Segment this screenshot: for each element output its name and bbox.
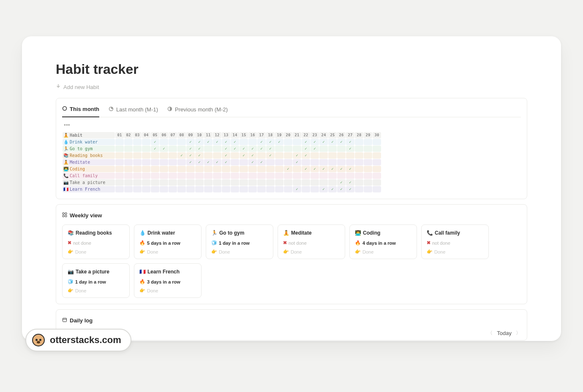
habit-cell[interactable] <box>151 179 159 186</box>
habit-cell[interactable] <box>311 152 319 159</box>
habit-cell[interactable] <box>160 159 168 165</box>
habit-cell[interactable] <box>177 179 186 186</box>
habit-cell[interactable] <box>177 173 186 179</box>
habit-cell[interactable] <box>169 139 177 145</box>
habit-cell[interactable] <box>319 159 328 165</box>
habit-cell[interactable] <box>151 173 159 179</box>
weekly-card[interactable]: 🏃Go to gym🧊1 day in a row👉Done <box>206 224 273 259</box>
habit-cell[interactable] <box>115 179 124 186</box>
habit-cell[interactable] <box>186 166 195 172</box>
habit-cell[interactable] <box>231 173 239 179</box>
habit-cell[interactable] <box>355 146 363 152</box>
card-done-button[interactable]: 👉Done <box>68 249 124 254</box>
habit-cell[interactable] <box>231 159 239 165</box>
habit-cell[interactable] <box>373 146 381 152</box>
habit-cell[interactable] <box>124 186 133 192</box>
habit-cell[interactable] <box>142 152 150 159</box>
habit-cell[interactable] <box>222 179 230 186</box>
habit-cell[interactable] <box>213 179 221 186</box>
habit-cell[interactable] <box>266 159 275 165</box>
habit-cell[interactable]: ✓ <box>319 166 328 172</box>
habit-cell[interactable] <box>177 159 186 165</box>
habit-cell[interactable] <box>257 152 266 159</box>
habit-cell[interactable] <box>160 179 168 186</box>
habit-cell[interactable]: ✓ <box>346 186 354 192</box>
habit-cell[interactable] <box>115 139 124 145</box>
habit-cell[interactable] <box>275 152 283 159</box>
habit-cell[interactable] <box>328 179 337 186</box>
weekly-card[interactable]: 🇫🇷Learn French🔥3 days in a row👉Done <box>134 263 202 298</box>
habit-cell[interactable] <box>346 173 354 179</box>
habit-cell[interactable]: ✓ <box>257 139 266 145</box>
habit-cell[interactable] <box>231 186 239 192</box>
habit-cell[interactable] <box>115 186 124 192</box>
habit-cell[interactable] <box>204 152 212 159</box>
habit-cell[interactable] <box>355 166 363 172</box>
habit-cell[interactable] <box>151 159 159 165</box>
habit-cell[interactable] <box>319 152 328 159</box>
habit-cell[interactable]: ✓ <box>186 159 195 165</box>
habit-cell[interactable] <box>186 186 195 192</box>
habit-cell[interactable] <box>115 152 124 159</box>
habit-cell[interactable] <box>346 152 354 159</box>
habit-cell[interactable] <box>266 179 275 186</box>
habit-cell[interactable] <box>177 139 186 145</box>
habit-cell[interactable] <box>195 173 204 179</box>
habit-cell[interactable] <box>133 173 142 179</box>
habit-cell[interactable] <box>177 166 186 172</box>
card-done-button[interactable]: 👉Done <box>283 249 340 254</box>
habit-cell[interactable] <box>302 173 310 179</box>
habit-cell[interactable]: ✓ <box>213 159 221 165</box>
habit-cell[interactable] <box>337 173 346 179</box>
habit-cell[interactable] <box>302 186 310 192</box>
habit-cell[interactable]: ✓ <box>328 186 337 192</box>
habit-cell[interactable] <box>169 152 177 159</box>
card-done-button[interactable]: 👉Done <box>68 288 124 293</box>
habit-cell[interactable] <box>160 139 168 145</box>
habit-cell[interactable] <box>319 173 328 179</box>
habit-cell[interactable] <box>222 173 230 179</box>
habit-cell[interactable] <box>284 159 292 165</box>
habit-cell[interactable] <box>142 186 150 192</box>
habit-row-coding[interactable]: 👨‍💻Coding <box>63 166 115 172</box>
habit-cell[interactable]: ✓ <box>195 146 204 152</box>
habit-cell[interactable]: ✓ <box>257 159 266 165</box>
habit-cell[interactable] <box>311 159 319 165</box>
habit-cell[interactable] <box>355 186 363 192</box>
habit-cell[interactable] <box>169 186 177 192</box>
habit-cell[interactable] <box>373 139 381 145</box>
habit-row-drink[interactable]: 💧Drink water <box>63 139 115 145</box>
habit-row-call[interactable]: 📞Call family <box>63 173 115 179</box>
habit-cell[interactable] <box>284 179 292 186</box>
habit-cell[interactable] <box>373 166 381 172</box>
habit-cell[interactable] <box>328 146 337 152</box>
habit-cell[interactable] <box>355 173 363 179</box>
habit-cell[interactable]: ✓ <box>248 146 257 152</box>
habit-cell[interactable]: ✓ <box>346 166 354 172</box>
habit-cell[interactable] <box>204 146 212 152</box>
habit-cell[interactable] <box>275 159 283 165</box>
habit-cell[interactable] <box>373 173 381 179</box>
habit-cell[interactable]: ✓ <box>337 186 346 192</box>
habit-cell[interactable] <box>169 179 177 186</box>
habit-cell[interactable] <box>222 166 230 172</box>
habit-cell[interactable]: ✓ <box>231 139 239 145</box>
card-done-button[interactable]: 👉Done <box>139 288 196 293</box>
habit-cell[interactable] <box>240 186 248 192</box>
add-habit-button[interactable]: Add new Habit <box>56 84 99 90</box>
habit-cell[interactable]: ✓ <box>319 186 328 192</box>
habit-cell[interactable] <box>364 166 372 172</box>
habit-cell[interactable] <box>311 173 319 179</box>
habit-cell[interactable]: ✓ <box>337 139 346 145</box>
habit-cell[interactable] <box>151 152 159 159</box>
habit-cell[interactable] <box>284 186 292 192</box>
habit-cell[interactable]: ✓ <box>302 146 310 152</box>
habit-cell[interactable] <box>240 166 248 172</box>
habit-cell[interactable] <box>275 179 283 186</box>
habit-cell[interactable] <box>293 173 301 179</box>
habit-cell[interactable] <box>177 146 186 152</box>
habit-cell[interactable]: ✓ <box>284 166 292 172</box>
habit-cell[interactable] <box>364 152 372 159</box>
habit-cell[interactable] <box>186 173 195 179</box>
tab-last-month[interactable]: Last month (M-1) <box>109 106 158 117</box>
